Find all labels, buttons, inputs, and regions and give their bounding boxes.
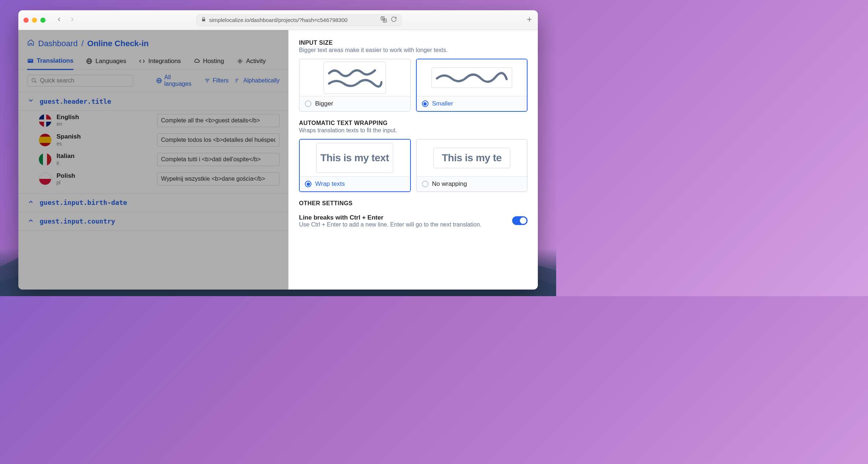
option-bigger[interactable]: Bigger: [299, 59, 411, 112]
search-input[interactable]: Quick search: [27, 75, 133, 86]
key-row[interactable]: guest.input.birth-date: [18, 193, 288, 212]
svg-rect-7: [28, 60, 30, 60]
option-label: Bigger: [315, 100, 333, 107]
tabs: Translations Languages Integrations Host…: [18, 54, 288, 70]
radio-checked-icon: [305, 181, 311, 187]
tab-label: Hosting: [203, 58, 224, 65]
nav-forward-button[interactable]: [69, 16, 76, 24]
key-row[interactable]: guest.header.title: [18, 92, 288, 111]
radio-unchecked-icon: [422, 181, 428, 187]
minimize-window-button[interactable]: [32, 18, 37, 23]
line-breaks-toggle-row: Line breaks with Ctrl + Enter Use Ctrl +…: [299, 212, 528, 228]
nav-back-button[interactable]: [56, 16, 62, 24]
titlebar: simplelocalize.io/dashboard/projects/?ha…: [18, 10, 538, 30]
key-name: guest.input.country: [40, 217, 115, 225]
tab-hosting[interactable]: Hosting: [193, 54, 224, 69]
preview-text: This is my te: [442, 152, 502, 164]
option-wrap-texts[interactable]: This is my text Wrap texts: [299, 139, 411, 192]
all-languages-dropdown[interactable]: All languages: [156, 74, 198, 87]
tab-translations[interactable]: Translations: [27, 54, 73, 70]
flag-es-icon: [39, 134, 51, 146]
section-title: OTHER SETTINGS: [299, 200, 528, 207]
flag-it-icon: [39, 153, 51, 166]
main-content: Dashboard / Online Check-in Translations…: [18, 30, 288, 290]
option-label: Smaller: [432, 100, 453, 107]
section-desc: Bigger text areas make it easier to work…: [299, 47, 528, 54]
translation-row-en: English en: [18, 111, 288, 130]
translation-input[interactable]: [157, 133, 280, 147]
reload-icon[interactable]: [391, 16, 397, 24]
svg-point-14: [238, 59, 242, 63]
option-label: No wrapping: [432, 180, 467, 188]
address-bar[interactable]: simplelocalize.io/dashboard/projects/?ha…: [196, 14, 402, 26]
svg-rect-9: [30, 60, 32, 61]
chevron-down-icon: [27, 97, 34, 105]
translation-input[interactable]: [157, 114, 280, 127]
tab-label: Translations: [37, 57, 73, 65]
tab-languages[interactable]: Languages: [86, 54, 126, 69]
option-label: Wrap texts: [315, 180, 345, 188]
tab-label: Integrations: [148, 58, 181, 65]
radio-unchecked-icon: [305, 100, 311, 107]
radio-checked-icon: [422, 100, 428, 107]
tab-activity[interactable]: Activity: [237, 54, 266, 69]
option-smaller[interactable]: Smaller: [416, 59, 528, 112]
filters-button[interactable]: Filters: [204, 77, 229, 84]
key-name: guest.input.birth-date: [40, 199, 127, 206]
new-tab-button[interactable]: [526, 16, 533, 24]
svg-line-16: [35, 81, 36, 83]
preview-text: This is my text: [320, 152, 389, 164]
tab-integrations[interactable]: Integrations: [139, 54, 181, 69]
svg-rect-8: [30, 60, 33, 60]
svg-point-15: [32, 78, 35, 82]
flag-gb-icon: [39, 114, 51, 127]
translation-input[interactable]: [157, 153, 280, 166]
breadcrumb: Dashboard / Online Check-in: [18, 37, 288, 54]
toolbar: Quick search All languages Filters Alpha…: [18, 70, 288, 92]
traffic-lights: [23, 18, 48, 23]
flag-pl-icon: [39, 173, 51, 185]
preview-smaller-icon: [431, 67, 512, 88]
toggle-desc: Use Ctrl + Enter to add a new line. Ente…: [299, 221, 505, 228]
sort-dropdown[interactable]: Alphabetically: [234, 77, 280, 84]
tab-label: Languages: [95, 58, 126, 65]
chevron-up-icon: [27, 199, 34, 207]
preview-bigger-icon: [324, 62, 386, 94]
close-window-button[interactable]: [23, 18, 29, 23]
browser-window: simplelocalize.io/dashboard/projects/?ha…: [18, 10, 538, 290]
lock-icon: [201, 17, 206, 23]
input-size-section: INPUT SIZE Bigger text areas make it eas…: [299, 40, 528, 112]
translation-input[interactable]: [157, 172, 280, 185]
toggle-title: Line breaks with Ctrl + Enter: [299, 214, 505, 221]
tab-label: Activity: [246, 58, 266, 65]
translation-row-it: Italian it: [18, 150, 288, 169]
translation-row-es: Spanish es: [18, 130, 288, 150]
search-placeholder: Quick search: [40, 77, 74, 84]
key-name: guest.header.title: [40, 97, 111, 105]
key-row[interactable]: guest.input.country: [18, 212, 288, 231]
other-settings-section: OTHER SETTINGS Line breaks with Ctrl + E…: [299, 200, 528, 228]
translation-row-pl: Polish pl: [18, 169, 288, 193]
section-desc: Wraps translation texts to fit the input…: [299, 127, 528, 134]
translate-icon[interactable]: [380, 16, 387, 24]
breadcrumb-sep: /: [81, 39, 84, 48]
option-no-wrapping[interactable]: This is my te No wrapping: [416, 139, 528, 192]
settings-panel: INPUT SIZE Bigger text areas make it eas…: [288, 30, 538, 290]
home-icon[interactable]: [27, 39, 34, 48]
line-breaks-switch[interactable]: [512, 216, 528, 225]
section-title: AUTOMATIC TEXT WRAPPING: [299, 120, 528, 126]
svg-point-13: [239, 60, 241, 62]
wrapping-section: AUTOMATIC TEXT WRAPPING Wraps translatio…: [299, 120, 528, 192]
breadcrumb-current: Online Check-in: [87, 39, 149, 48]
breadcrumb-dashboard[interactable]: Dashboard: [38, 39, 78, 48]
maximize-window-button[interactable]: [40, 18, 45, 23]
url-text: simplelocalize.io/dashboard/projects/?ha…: [209, 17, 347, 23]
chevron-up-icon: [27, 217, 34, 225]
section-title: INPUT SIZE: [299, 40, 528, 46]
